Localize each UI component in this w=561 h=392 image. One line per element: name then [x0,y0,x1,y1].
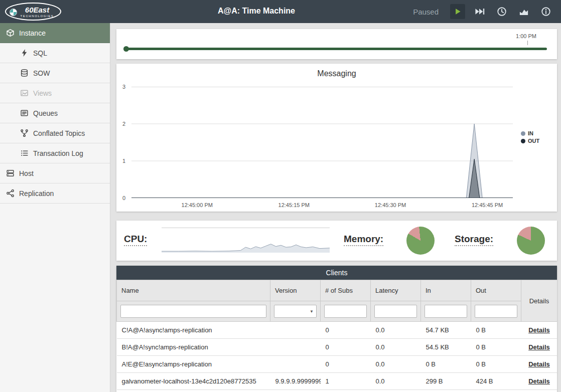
sidebar-item-label: SQL [33,49,47,57]
messaging-chart-card: Messaging INOUT 012312:45:00 PM12:45:15 … [116,64,557,212]
play-button[interactable] [450,4,465,19]
client-name-cell: B!A@A!sync!amps-replication [117,339,270,356]
table-row[interactable]: B!A@A!sync!amps-replication00.054.5 KB0 … [117,339,557,356]
client-details-cell: Details [521,339,557,356]
sidebar-item-host[interactable]: Host [0,163,110,183]
client-in-cell: 299 B [421,373,471,390]
info-button[interactable] [538,4,553,19]
cpu-sparkline-chart [162,228,330,254]
page-title: A@A: Time Machine [218,7,295,16]
client-version-cell [270,339,321,356]
column-header-version[interactable]: Version [270,280,321,301]
client-details-cell: Details [521,356,557,373]
logo[interactable]: 60East TECHNOLOGIES [5,3,61,21]
sidebar: InstanceSQLSOWViewsQueuesConflated Topic… [0,23,110,392]
x-axis-tick-label: 12:45:30 PM [368,202,413,208]
chart-legend: INOUT [521,130,539,145]
analytics-chart-icon [518,7,529,17]
latency-filter-input[interactable] [374,305,417,318]
client-version-cell: 9.9.9.9.9999999 [270,373,321,390]
paused-status-label: Paused [413,8,439,16]
client-subs-cell: 0 [321,356,371,373]
info-icon [540,7,551,17]
sidebar-item-label: Views [33,89,52,97]
sidebar-item-views[interactable]: Views [0,83,110,103]
column-header-in[interactable]: In [421,280,471,301]
client-name-cell: A!E@E!async!amps-replication [117,356,270,373]
cpu-label: CPU: [124,234,147,246]
sidebar-item-label: Transaction Log [33,149,83,157]
host-icon [6,169,15,177]
details-link[interactable]: Details [528,326,550,334]
y-axis-tick-label: 3 [117,84,125,90]
sidebar-item-instance[interactable]: Instance [0,23,110,43]
queues-icon [20,109,29,117]
subs-filter-input[interactable] [324,305,367,318]
legend-label: OUT [528,138,539,144]
legend-item-in: IN [521,130,539,136]
logo-text: 60East TECHNOLOGIES [21,6,54,18]
client-details-cell: Details [521,322,557,339]
client-name-cell: C!A@A!async!amps-replication [117,322,270,339]
fast-forward-button[interactable] [472,4,487,19]
details-link[interactable]: Details [528,360,550,368]
details-link[interactable]: Details [528,377,550,385]
y-axis-tick-label: 0 [117,195,125,201]
storage-label: Storage: [455,234,493,246]
sidebar-item-transaction-log[interactable]: Transaction Log [0,143,110,163]
sidebar-item-sql[interactable]: SQL [0,43,110,63]
replication-icon [6,189,15,198]
client-name-cell: galvanometer-localhost-13e4c2d120e877253… [117,373,270,390]
table-row[interactable]: A!E@E!async!amps-replication00.00 B0 BDe… [117,356,557,373]
fast-forward-icon [474,7,485,17]
storage-pie-chart [517,227,545,255]
sidebar-item-sow[interactable]: SOW [0,63,110,83]
sidebar-item-queues[interactable]: Queues [0,103,110,123]
column-header-details[interactable]: Details [521,280,557,322]
name-filter-input[interactable] [120,305,266,318]
legend-label: IN [528,130,533,136]
sidebar-item-replication[interactable]: Replication [0,183,110,204]
client-version-cell [270,356,321,373]
timeline-slider-handle[interactable] [123,46,129,52]
clients-table: NameVersion# of SubsLatencyInOutDetails▼… [116,280,557,390]
column-header-of-subs[interactable]: # of Subs [321,280,371,301]
client-out-cell: 0 B [471,339,521,356]
timeline-time-label: 1:00 PM [516,33,536,39]
table-row[interactable]: galvanometer-localhost-13e4c2d120e877253… [117,373,557,390]
column-header-out[interactable]: Out [471,280,521,301]
version-filter-select[interactable]: ▼ [274,305,317,318]
details-link[interactable]: Details [528,343,550,351]
x-axis-tick-label: 12:45:45 PM [465,202,510,208]
out-filter-input[interactable] [475,305,517,318]
x-axis-tick-label: 12:45:15 PM [271,202,317,208]
client-version-cell [270,322,321,339]
sidebar-item-label: Queues [33,109,58,117]
instance-icon [6,29,15,37]
timeline-tick-mark [527,41,528,45]
analytics-chart-button[interactable] [516,4,531,19]
x-axis-tick-label: 12:45:00 PM [175,202,220,208]
y-axis-tick-label: 1 [117,158,125,164]
conflated-topics-icon [20,129,29,137]
timeline-slider[interactable] [125,48,547,50]
client-latency-cell: 0.0 [371,356,421,373]
history-clock-button[interactable] [494,4,509,19]
top-header: 60East TECHNOLOGIES A@A: Time Machine Pa… [0,0,561,23]
column-header-name[interactable]: Name [117,280,270,301]
client-subs-cell: 1 [321,373,371,390]
legend-item-out: OUT [521,138,539,144]
messaging-chart-title: Messaging [116,69,557,78]
logo-brand-text: 60East [25,6,49,14]
sow-icon [20,69,29,77]
table-row[interactable]: C!A@A!async!amps-replication00.054.7 KB0… [117,322,557,339]
clients-panel-title: Clients [116,266,557,280]
client-in-cell: 54.7 KB [421,322,471,339]
client-details-cell: Details [521,373,557,390]
header-controls: Paused [413,0,557,23]
column-header-latency[interactable]: Latency [371,280,421,301]
chevron-down-icon: ▼ [310,309,314,314]
sidebar-item-conflated-topics[interactable]: Conflated Topics [0,123,110,143]
in-filter-input[interactable] [425,305,467,318]
legend-dot [521,139,525,143]
